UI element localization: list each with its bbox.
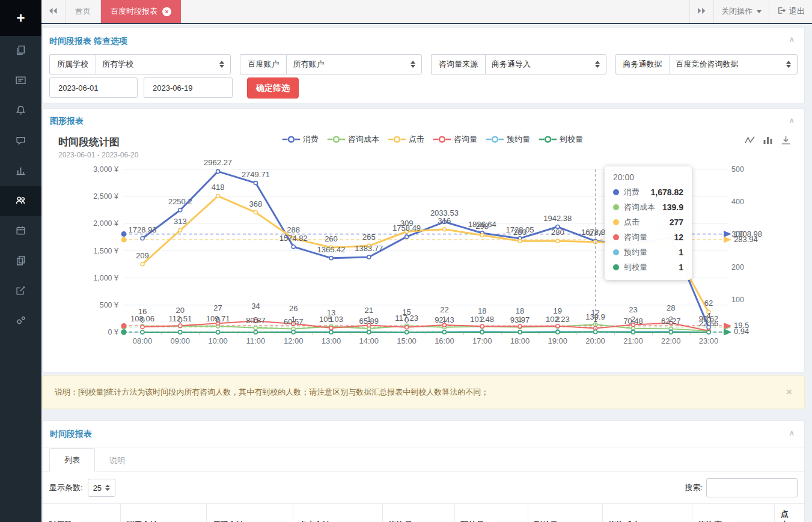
chevron-up-icon[interactable]: ∧ [789,35,795,44]
tab-label: 百度时段报表 [111,6,157,17]
school-select[interactable]: 所有学校 [96,54,231,74]
tab-home[interactable]: 首页 [66,0,101,23]
column-header-1[interactable]: 时间段 [43,504,120,522]
school-select-value: 所有学校 [102,59,212,70]
column-header-8[interactable]: 咨询成本 [602,504,692,522]
logout-button[interactable]: 退出 [769,0,812,23]
svg-text:2: 2 [631,315,635,324]
sidebar-item-news[interactable] [0,66,41,96]
svg-text:280: 280 [513,228,527,237]
close-operations-dropdown[interactable]: 关闭操作 [713,0,769,23]
page-size-value: 25 [93,484,102,493]
edit-icon [15,285,26,298]
svg-text:0: 0 [140,315,144,324]
school-filter-label: 所属学校 [49,54,96,74]
svg-text:1: 1 [292,315,296,324]
note-bar: 说明：[到校量]统计方法为该时间段内所有咨询人数，其中有到校的人数；请注意区别与… [42,375,805,409]
svg-text:09:00: 09:00 [171,336,191,345]
swt-data-filter-label: 商务通数据 [615,54,670,74]
chart-panel: 图形报表 ∧ 时间段统计图 2023-06-01 - 2023-06-20 消费… [42,108,805,372]
sidebar-item-calendar[interactable] [0,216,41,246]
svg-text:0 ¥: 0 ¥ [108,328,118,336]
svg-text:2,000 ¥: 2,000 ¥ [93,219,118,228]
legend-item[interactable]: 到校量 [539,134,583,145]
svg-text:19:00: 19:00 [548,336,568,345]
sidebar-item-files[interactable] [0,246,41,276]
tab-baidu-time-report[interactable]: 百度时段报表 × [101,0,181,23]
svg-text:2962.27: 2962.27 [204,158,232,167]
copy-icon [15,44,26,58]
column-header-7[interactable]: 到校量 [528,504,602,522]
scroll-tabs-right-button[interactable] [689,0,713,23]
legend-item[interactable]: 预约量 [486,134,530,145]
close-tab-icon[interactable]: × [162,7,171,16]
chevron-down-icon [757,10,762,13]
legend-item[interactable]: 咨询成本 [327,134,379,145]
svg-text:11:00: 11:00 [246,336,266,345]
svg-text:1: 1 [517,315,522,324]
legend-label: 点击 [409,134,424,145]
bar-chart-icon[interactable] [763,135,773,147]
inquiry-source-select[interactable]: 商务通导入 [485,54,606,74]
column-header-10[interactable]: 点击率 [774,504,804,522]
svg-text:0.94: 0.94 [734,327,749,336]
sidebar-item-copy[interactable] [0,36,41,66]
column-header-6[interactable]: 预约量 [454,504,528,522]
end-date-input[interactable]: 2023-06-19 [144,77,233,98]
line-chart-icon[interactable] [745,135,755,147]
svg-text:28: 28 [667,303,675,312]
filter-panel-title: 时间段报表 筛查选项 [49,36,798,47]
download-icon[interactable] [781,135,791,147]
scroll-tabs-left-button[interactable] [41,0,66,23]
svg-text:400: 400 [731,198,744,206]
sidebar-item-messages[interactable] [0,126,41,156]
column-header-5[interactable]: 咨询量 [382,504,454,522]
sidebar-item-users[interactable] [0,186,41,216]
chevron-up-icon[interactable]: ∧ [789,428,795,437]
svg-text:1: 1 [329,315,333,324]
start-date-input[interactable]: 2023-06-01 [49,77,138,98]
legend-item[interactable]: 消费 [282,134,319,145]
time-period-line-chart: 3,000 ¥2,500 ¥2,000 ¥1,500 ¥1,000 ¥500 ¥… [43,154,804,352]
chevron-up-icon[interactable]: ∧ [789,116,795,125]
svg-text:500 ¥: 500 ¥ [100,301,118,309]
close-note-icon[interactable]: × [786,386,792,398]
svg-text:298: 298 [475,222,489,231]
tab-list[interactable]: 列表 [49,448,95,472]
sidebar-item-notifications[interactable] [0,96,41,126]
swt-data-select[interactable]: 百度竞价咨询数据 [670,54,798,74]
svg-text:13:00: 13:00 [322,336,341,345]
svg-text:100: 100 [731,296,744,304]
svg-text:1,500 ¥: 1,500 ¥ [93,247,118,255]
baidu-account-select[interactable]: 所有账户 [286,54,421,74]
column-header-3[interactable]: 展现合计 [206,504,292,522]
legend-item[interactable]: 点击 [388,134,424,145]
svg-text:1,000 ¥: 1,000 ¥ [93,274,118,282]
column-header-4[interactable]: 点击合计 [293,504,382,522]
chart-toolbox [745,135,791,147]
sidebar-item-settings[interactable] [0,306,41,336]
svg-text:0: 0 [216,315,220,324]
confirm-filter-button[interactable]: 确定筛选 [247,77,299,99]
svg-text:270: 270 [664,231,677,240]
svg-text:200: 200 [731,263,744,272]
sidebar-item-reports[interactable] [0,156,41,186]
plus-icon[interactable]: + [0,0,41,36]
page-size-select[interactable]: 25 [88,479,115,497]
sidebar-item-edit[interactable] [0,276,41,306]
bell-icon [15,105,26,118]
search-input[interactable] [706,478,798,497]
svg-text:280: 280 [551,228,564,237]
tab-description[interactable]: 说明 [95,449,139,472]
legend-item[interactable]: 咨询量 [433,134,477,145]
svg-text:18: 18 [516,306,524,315]
svg-text:1942.38: 1942.38 [543,214,572,223]
svg-text:1574.82: 1574.82 [279,234,308,243]
svg-text:08:00: 08:00 [133,336,153,345]
calendar-icon [15,225,26,238]
select-caret-icon [786,61,791,68]
tab-description-label: 说明 [109,456,125,465]
column-header-2[interactable]: 消费合计 [120,504,206,522]
svg-text:21:00: 21:00 [623,336,643,345]
column-header-9[interactable]: 咨询率 [692,504,774,522]
